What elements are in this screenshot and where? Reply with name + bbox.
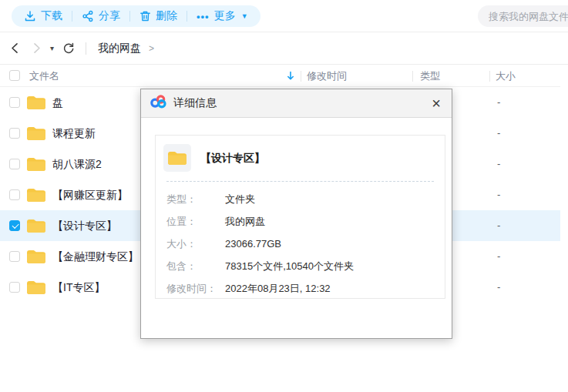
download-icon: [24, 10, 36, 22]
download-label: 下载: [41, 9, 62, 23]
more-button[interactable]: ••• 更多 ▼: [187, 5, 250, 27]
modal-header: 详细信息 ×: [141, 89, 452, 118]
share-button[interactable]: 分享: [72, 5, 129, 27]
row-checkbox[interactable]: [9, 97, 20, 108]
search-input[interactable]: [478, 5, 568, 27]
row-checkbox[interactable]: [9, 128, 20, 139]
folder-icon: [26, 249, 46, 264]
column-divider: [489, 71, 490, 82]
detail-row-contains: 包含： 78315个文件,10540个文件夹: [166, 255, 439, 277]
detail-row-size: 大小： 23066.77GB: [166, 233, 439, 255]
chevron-down-icon: ▼: [241, 12, 248, 20]
column-divider: [412, 71, 413, 82]
column-divider: [301, 71, 301, 82]
back-button[interactable]: [11, 42, 18, 54]
detail-label: 包含：: [166, 255, 225, 277]
close-icon[interactable]: ×: [432, 95, 441, 111]
detail-row-location: 位置： 我的网盘: [166, 210, 439, 233]
file-info-box: 【设计专区】 类型： 文件夹 位置： 我的网盘 大小： 23066.77GB 包…: [155, 135, 445, 299]
folder-icon: [26, 156, 46, 172]
file-size: -: [497, 118, 500, 149]
file-name[interactable]: 【设计专区】: [52, 210, 117, 241]
file-name[interactable]: 胡八课源2: [52, 149, 102, 179]
detail-value: 23066.77GB: [225, 233, 281, 255]
detail-row-type: 类型： 文件夹: [166, 188, 439, 210]
forward-button[interactable]: [33, 42, 41, 54]
file-name[interactable]: 【IT专区】: [52, 272, 105, 303]
share-label: 分享: [99, 9, 120, 23]
file-size: -: [497, 87, 500, 118]
table-header: 文件名 修改时间 类型 大小: [0, 65, 560, 87]
search-box: [478, 5, 568, 27]
delete-icon: [139, 10, 151, 22]
detail-value: 78315个文件,10540个文件夹: [225, 255, 354, 277]
row-checkbox[interactable]: [9, 251, 20, 262]
folder-icon-wrap: [26, 249, 46, 264]
folder-icon-wrap: [26, 126, 46, 141]
folder-icon-wrap: [26, 218, 46, 233]
details-modal-dialog: 详细信息 × 【设计专区】 类型： 文件夹 位置： 我的网盘: [140, 89, 452, 339]
delete-label: 删除: [156, 9, 177, 23]
refresh-button[interactable]: [62, 42, 75, 55]
more-dots-icon: •••: [197, 12, 210, 22]
modal-title: 详细信息: [173, 96, 217, 110]
column-header-type: 类型: [420, 65, 440, 87]
dashed-divider: [166, 181, 434, 182]
column-header-size: 大小: [496, 65, 516, 87]
row-checkbox[interactable]: [9, 220, 20, 231]
folder-icon-wrap: [26, 95, 46, 110]
toolbar-button-group: 下载 分享 删除: [12, 5, 260, 27]
detail-value: 我的网盘: [225, 210, 265, 233]
folder-icon: [26, 218, 46, 233]
folder-icon: [26, 187, 46, 203]
column-header-name: 文件名: [29, 65, 59, 87]
row-checkbox[interactable]: [9, 159, 20, 169]
row-checkbox[interactable]: [9, 282, 20, 293]
file-size: -: [497, 241, 500, 272]
breadcrumb[interactable]: 我的网盘: [98, 42, 141, 55]
file-name[interactable]: 【金融理财专区】: [52, 241, 139, 272]
folder-icon-wrap: [26, 280, 46, 295]
folder-icon-wrap: [26, 187, 46, 203]
file-size: -: [497, 179, 500, 210]
detail-value: 文件夹: [225, 188, 255, 210]
toolbar: 下载 分享 删除: [0, 0, 568, 32]
detail-value: 2022年08月23日, 12:32: [225, 277, 331, 300]
folder-icon-wrap: [26, 156, 46, 172]
history-dropdown-caret[interactable]: ▾: [50, 44, 54, 52]
netdisk-logo-icon: [150, 95, 167, 112]
more-label: 更多: [214, 9, 236, 23]
netdisk-app: 下载 分享 删除: [0, 0, 568, 392]
detail-label: 位置：: [166, 210, 225, 233]
file-size: -: [497, 149, 500, 179]
file-name[interactable]: 【网赚区更新】: [52, 179, 128, 210]
breadcrumb-arrow-icon: >: [149, 43, 154, 54]
download-button[interactable]: 下载: [22, 5, 72, 27]
folder-icon: [26, 126, 46, 141]
nav-divider: [86, 42, 86, 55]
modal-file-name: 【设计专区】: [200, 144, 265, 172]
folder-icon: [26, 95, 46, 110]
folder-icon: [26, 280, 46, 295]
sort-descending-icon[interactable]: [287, 71, 294, 83]
select-all-checkbox[interactable]: [9, 70, 20, 81]
row-checkbox[interactable]: [9, 189, 20, 200]
column-header-modified: 修改时间: [307, 65, 347, 87]
file-name[interactable]: 课程更新: [52, 118, 96, 149]
folder-thumbnail: [163, 144, 191, 172]
detail-label: 类型：: [166, 188, 225, 210]
detail-label: 大小：: [166, 233, 225, 255]
file-size: -: [497, 272, 500, 303]
share-icon: [82, 10, 94, 22]
detail-rows: 类型： 文件夹 位置： 我的网盘 大小： 23066.77GB 包含： 7831…: [166, 188, 439, 300]
file-size: -: [497, 210, 500, 241]
file-name[interactable]: 盘: [52, 87, 63, 118]
delete-button[interactable]: 删除: [130, 5, 187, 27]
detail-label: 修改时间：: [166, 277, 225, 300]
detail-row-modified: 修改时间： 2022年08月23日, 12:32: [166, 277, 439, 300]
navigation-bar: ▾ 我的网盘 >: [0, 32, 568, 65]
